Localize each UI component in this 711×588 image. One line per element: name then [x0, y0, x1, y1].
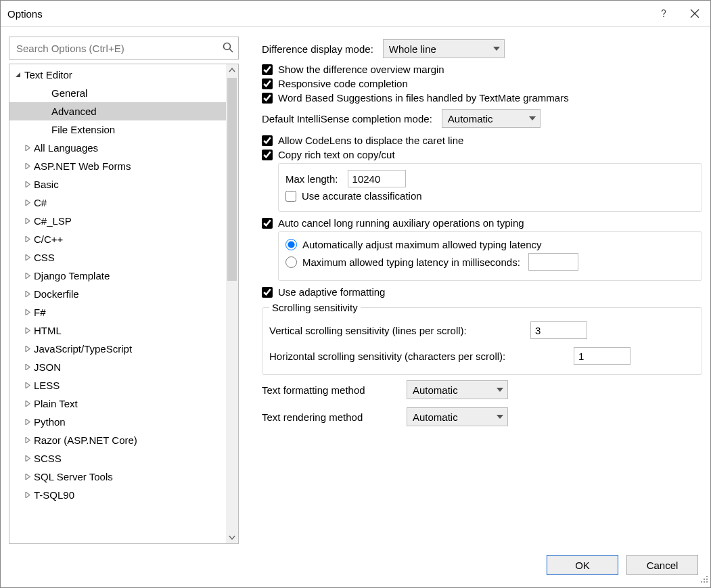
responsive-completion-checkbox[interactable]: Responsive code completion — [262, 78, 702, 89]
tree-item[interactable]: ASP.NET Web Forms — [9, 157, 226, 175]
latency-max-radio[interactable]: Maximum allowed typing latency in millis… — [285, 253, 695, 271]
svg-rect-7 — [704, 581, 705, 583]
svg-rect-6 — [701, 581, 702, 583]
tree-item[interactable]: SQL Server Tools — [9, 468, 226, 486]
chevron-right-icon — [22, 472, 32, 482]
dialog-footer: OK Cancel — [1, 548, 710, 587]
tree-item[interactable]: SCSS — [9, 449, 226, 468]
scroll-up-icon[interactable] — [226, 64, 238, 76]
chevron-right-icon — [22, 307, 32, 318]
window-title: Options — [7, 8, 648, 20]
chevron-down-icon — [12, 70, 23, 81]
tree-item[interactable]: Advanced — [9, 102, 226, 120]
tree-item[interactable]: HTML — [9, 321, 226, 340]
intellisense-mode-label: Default IntelliSense completion mode: — [262, 113, 432, 125]
chevron-right-icon — [22, 289, 32, 300]
tree-item[interactable]: JavaScript/TypeScript — [9, 340, 226, 358]
word-suggestions-checkbox[interactable]: Word Based Suggestions in files handled … — [262, 92, 702, 104]
tree-item[interactable]: All Languages — [9, 139, 226, 157]
svg-point-0 — [663, 16, 664, 18]
svg-rect-4 — [704, 579, 705, 580]
chevron-right-icon — [22, 417, 32, 428]
svg-rect-5 — [706, 579, 708, 580]
scrollbar-vertical[interactable] — [226, 64, 238, 543]
tree-item[interactable]: Django Template — [9, 267, 226, 285]
options-dialog: Options Text EditorGeneralAdvancedFile E… — [0, 0, 711, 588]
max-length-input[interactable] — [348, 170, 406, 187]
ok-button[interactable]: OK — [547, 555, 618, 575]
chevron-right-icon — [22, 399, 32, 409]
chevron-right-icon — [22, 362, 32, 373]
tree-item[interactable]: File Extension — [9, 120, 226, 139]
resize-grip-icon[interactable] — [699, 574, 709, 586]
settings-panel: Difference display mode: Whole line Show… — [239, 37, 702, 544]
vscroll-label: Vertical scrolling sensitivity (lines pe… — [269, 325, 521, 336]
intellisense-mode-select[interactable]: Automatic — [442, 109, 541, 128]
tree-item[interactable]: Dockerfile — [9, 285, 226, 303]
search-input[interactable] — [9, 37, 239, 60]
allow-codelens-checkbox[interactable]: Allow CodeLens to displace the caret lin… — [262, 135, 702, 146]
chevron-right-icon — [22, 198, 32, 208]
chevron-right-icon — [22, 453, 32, 464]
formatting-method-select[interactable]: Automatic — [407, 380, 508, 399]
tree-item[interactable]: CSS — [9, 248, 226, 267]
svg-point-1 — [224, 43, 231, 49]
svg-line-2 — [230, 49, 233, 52]
tree-item[interactable]: T-SQL90 — [9, 486, 226, 504]
chevron-right-icon — [22, 161, 32, 172]
tree-item[interactable]: Basic — [9, 175, 226, 194]
help-button[interactable] — [648, 1, 679, 26]
chevron-right-icon — [22, 234, 32, 245]
tree-item[interactable]: Plain Text — [9, 394, 226, 413]
scrolling-sensitivity-legend: Scrolling sensitivity — [269, 302, 361, 313]
chevron-right-icon — [22, 380, 32, 391]
diff-mode-label: Difference display mode: — [262, 43, 373, 55]
rendering-method-label: Text rendering method — [262, 411, 397, 423]
tree-item[interactable]: JSON — [9, 358, 226, 376]
close-button[interactable] — [679, 1, 710, 26]
chevron-right-icon — [22, 216, 32, 227]
tree-item[interactable]: Python — [9, 413, 226, 431]
tree-item[interactable]: LESS — [9, 376, 226, 394]
hscroll-label: Horizontal scrolling sensitivity (charac… — [269, 350, 564, 362]
chevron-right-icon — [22, 143, 32, 154]
svg-rect-3 — [706, 576, 708, 577]
chevron-right-icon — [22, 435, 32, 446]
dialog-body: Text EditorGeneralAdvancedFile Extension… — [1, 27, 710, 548]
tree-item[interactable]: C/C++ — [9, 230, 226, 248]
max-length-label: Max length: — [285, 173, 338, 185]
chevron-right-icon — [22, 271, 32, 281]
diff-mode-select[interactable]: Whole line — [383, 39, 505, 58]
scrolling-sensitivity-group: Scrolling sensitivity Vertical scrolling… — [262, 302, 702, 375]
tree-item[interactable]: C#_LSP — [9, 212, 226, 230]
tree-item-root[interactable]: Text Editor — [9, 66, 226, 84]
adaptive-formatting-checkbox[interactable]: Use adaptive formatting — [262, 286, 702, 298]
vscroll-input[interactable] — [530, 321, 587, 339]
chevron-right-icon — [22, 179, 32, 190]
cancel-button[interactable]: Cancel — [626, 555, 698, 575]
chevron-right-icon — [22, 252, 32, 263]
rendering-method-select[interactable]: Automatic — [407, 407, 508, 426]
show-diff-margin-checkbox[interactable]: Show the difference overview margin — [262, 64, 702, 75]
use-accurate-checkbox[interactable]: Use accurate classification — [285, 190, 695, 202]
tree-item[interactable]: General — [9, 84, 226, 102]
copy-rich-text-checkbox[interactable]: Copy rich text on copy/cut — [262, 149, 702, 160]
latency-max-input[interactable] — [528, 253, 578, 271]
auto-cancel-group: Automatically adjust maximum allowed typ… — [278, 231, 702, 281]
latency-auto-radio[interactable]: Automatically adjust maximum allowed typ… — [285, 239, 695, 250]
titlebar: Options — [1, 1, 710, 27]
search-icon — [222, 41, 234, 55]
tree-item[interactable]: F# — [9, 303, 226, 321]
tree-view[interactable]: Text EditorGeneralAdvancedFile Extension… — [9, 64, 239, 544]
tree-item[interactable]: C# — [9, 194, 226, 212]
svg-rect-8 — [706, 581, 708, 583]
chevron-right-icon — [22, 490, 32, 501]
search-field[interactable] — [15, 42, 222, 55]
chevron-right-icon — [22, 325, 32, 336]
hscroll-input[interactable] — [574, 347, 630, 365]
auto-cancel-checkbox[interactable]: Auto cancel long running auxiliary opera… — [262, 217, 702, 229]
scroll-thumb[interactable] — [227, 78, 237, 281]
tree-item[interactable]: Razor (ASP.NET Core) — [9, 431, 226, 449]
copy-rich-group: Max length: Use accurate classification — [278, 163, 702, 212]
scroll-down-icon[interactable] — [226, 531, 238, 543]
